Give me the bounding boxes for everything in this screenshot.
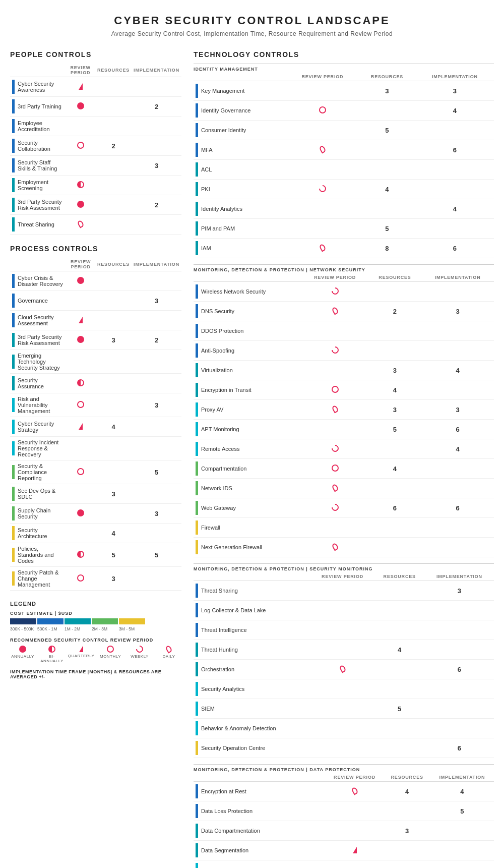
review-cell [66, 543, 95, 567]
row-label-text: Threat Intelligence [201, 627, 247, 633]
implementation-cell: 3 [132, 504, 181, 524]
row-label-text: Firewall [201, 525, 220, 531]
resources-value: 2 [393, 308, 397, 315]
resources-cell [368, 282, 421, 302]
implementation-cell [132, 350, 181, 374]
resources-cell [384, 841, 430, 860]
row-label-text: Next Generation Firewall [201, 544, 262, 550]
row-label-text: Risk and Vulnerability Management [18, 396, 64, 414]
review-cell [326, 860, 384, 869]
resources-cell: 5 [358, 219, 415, 239]
page-header: CYBER SECURITY CONTROL LANDSCAPE Average… [0, 0, 504, 42]
cost-bar [119, 618, 145, 624]
row-label-text: PKI [201, 186, 210, 192]
col-impl-header: IMPLEMENTATION [132, 258, 181, 271]
implementation-cell [421, 538, 494, 557]
row-label-text: Supply Chain Security [18, 507, 64, 519]
table-row: Threat Sharing [10, 215, 181, 235]
resources-cell: 4 [95, 524, 132, 543]
table-row: Web Gateway66 [194, 498, 494, 518]
review-cell [311, 601, 374, 620]
implementation-cell [132, 215, 181, 235]
legend-period-title: RECOMMENDED SECURITY CONTROL REVIEW PERI… [10, 638, 181, 643]
table-row: Cyber Security Strategy4 [10, 417, 181, 437]
row-label-text: Encryption in Transit [201, 387, 251, 393]
review-cell [311, 738, 374, 758]
row-label-text: PIM and PAM [201, 225, 235, 232]
main-layout: PEOPLE CONTROLS REVIEW PERIOD RESOURCES … [0, 42, 504, 868]
legend-period-item: MONTHLY [98, 646, 123, 659]
table-row: Data Tokenization46 [194, 860, 494, 869]
annually-icon [19, 646, 26, 653]
implementation-value: 3 [456, 406, 459, 414]
color-bar [12, 420, 15, 434]
tech-controls-table: REVIEW PERIODRESOURCESIMPLEMENTATIONEncr… [194, 773, 494, 868]
sub-section-title: MONITORING, DETECTION & PROTECTION | DAT… [194, 764, 494, 772]
implementation-cell [421, 380, 494, 400]
resources-cell [374, 660, 425, 679]
review-cell [311, 660, 374, 679]
resources-cell: 3 [95, 484, 132, 504]
implementation-cell [425, 620, 494, 640]
review-cell [66, 271, 95, 291]
tech-controls-table: REVIEW PERIODRESOURCESIMPLEMENTATIONThre… [194, 572, 494, 758]
review-cell [66, 567, 95, 591]
col-review-header: REVIEW PERIOD [66, 64, 95, 77]
color-bar [196, 461, 198, 476]
resources-cell [368, 341, 421, 361]
resources-cell [95, 437, 132, 460]
row-label-text: Cloud Security Assessment [18, 314, 64, 326]
implementation-value: 6 [456, 426, 459, 433]
implementation-cell: 5 [132, 543, 181, 567]
resources-cell: 2 [368, 302, 421, 321]
review-cell [286, 219, 358, 239]
color-bar [12, 465, 15, 479]
table-row: Remote Access4 [194, 439, 494, 459]
color-bar [196, 363, 198, 377]
implementation-cell: 3 [132, 291, 181, 311]
left-column: PEOPLE CONTROLS REVIEW PERIOD RESOURCES … [10, 50, 181, 868]
weekly-icon [330, 502, 340, 512]
resources-cell: 5 [95, 543, 132, 567]
table-row: Identity Analytics4 [194, 199, 494, 219]
tech-subsection: MONITORING, DETECTION & PROTECTION | NET… [194, 264, 494, 557]
resources-value: 3 [111, 490, 115, 498]
review-cell [66, 97, 95, 117]
color-bar [196, 343, 198, 358]
review-cell [66, 460, 95, 484]
review-cell [302, 518, 368, 538]
implementation-cell [425, 640, 494, 660]
row-label-text: Wireless Network Security [201, 288, 266, 295]
resources-value: 4 [111, 530, 115, 537]
resources-cell: 4 [368, 380, 421, 400]
color-bar [196, 182, 198, 196]
resources-cell: 5 [368, 420, 421, 439]
color-bar [12, 548, 15, 562]
quarterly-icon [79, 317, 83, 323]
resources-cell [368, 479, 421, 498]
table-row: Security Staff Skills & Training3 [10, 156, 181, 176]
implementation-cell: 6 [430, 860, 494, 869]
resources-cell [95, 195, 132, 215]
col-header: REVIEW PERIOD [302, 273, 368, 282]
row-label-text: Identity Analytics [201, 206, 242, 212]
table-row: Security Patch & Change Management3 [10, 567, 181, 591]
table-row: IAM86 [194, 239, 494, 258]
table-row: Security Analytics [194, 679, 494, 699]
resources-cell [95, 393, 132, 417]
sub-section-title: MONITORING, DETECTION & PROTECTION | NET… [194, 264, 494, 272]
table-row: Behavior & Anomaly Detection [194, 719, 494, 738]
legend-period-item: WEEKLY [127, 646, 152, 659]
implementation-cell [421, 321, 494, 341]
row-label-text: Security Analytics [201, 686, 244, 692]
legend-cost-bars [10, 618, 181, 624]
row-label-text: Security Patch & Change Management [18, 569, 64, 588]
legend-period-label: WEEKLY [131, 654, 149, 659]
review-cell [311, 699, 374, 719]
review-cell [302, 321, 368, 341]
resources-cell [95, 291, 132, 311]
review-cell [311, 679, 374, 699]
row-label-text: Sec Dev Ops & SDLC [18, 488, 64, 500]
table-row: Encryption at Rest44 [194, 782, 494, 801]
daily-icon [351, 786, 359, 795]
